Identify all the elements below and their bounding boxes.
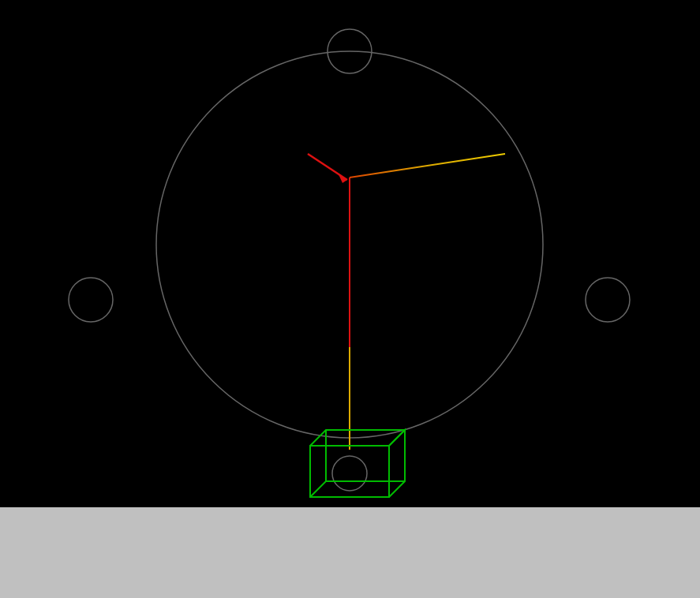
cad-canvas[interactable] — [0, 0, 700, 507]
